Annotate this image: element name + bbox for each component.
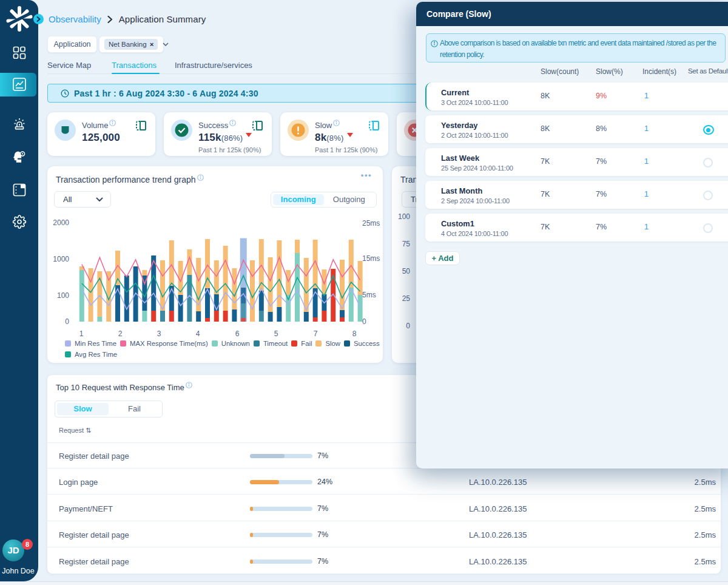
svg-text:1: 1: [79, 330, 84, 338]
svg-text:2000: 2000: [53, 218, 69, 227]
svg-text:1000: 1000: [53, 255, 69, 263]
svg-text:2: 2: [118, 330, 123, 338]
svg-text:0: 0: [362, 317, 366, 326]
svg-text:3: 3: [157, 330, 161, 338]
svg-text:5: 5: [274, 330, 278, 338]
svg-text:6: 6: [235, 330, 240, 338]
svg-text:100: 100: [57, 291, 69, 300]
svg-text:25ms: 25ms: [362, 219, 380, 228]
svg-text:5ms: 5ms: [362, 291, 376, 299]
svg-text:0: 0: [65, 317, 69, 326]
svg-text:7: 7: [314, 330, 318, 338]
svg-text:8: 8: [352, 330, 357, 338]
svg-text:15ms: 15ms: [362, 254, 380, 263]
svg-text:4: 4: [196, 330, 200, 338]
